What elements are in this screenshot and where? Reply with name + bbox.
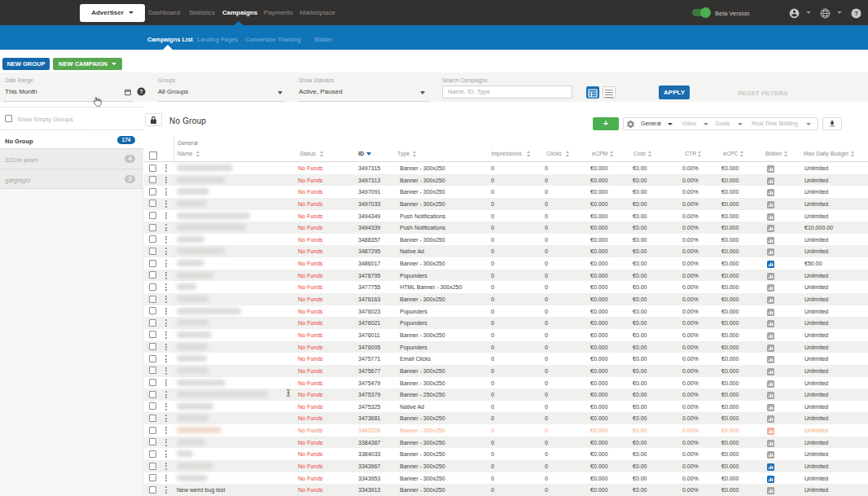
svg-text:?: ? — [854, 10, 858, 17]
svg-text:?: ? — [140, 89, 143, 94]
